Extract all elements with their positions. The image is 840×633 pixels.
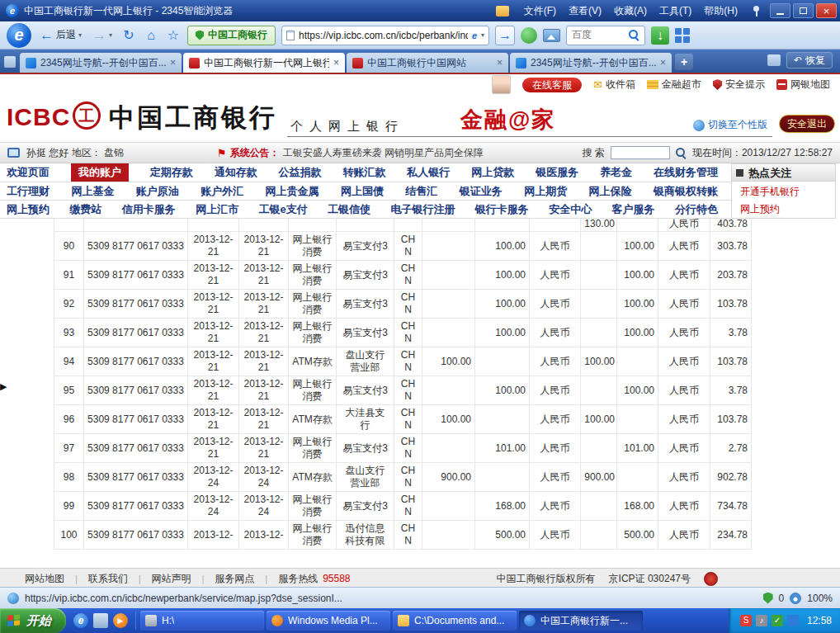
tab-list-icon[interactable]	[4, 56, 16, 68]
nav-item[interactable]: 网上国债	[341, 184, 384, 199]
tab-close-icon[interactable]: ×	[333, 57, 339, 68]
notice-text[interactable]: 工银安盛人寿重磅来袭 网销明星产品周全保障	[283, 146, 484, 160]
nav-item[interactable]: 工银e支付	[259, 202, 308, 217]
inbox-link[interactable]: ✉ 收件箱	[593, 78, 635, 92]
nav-item[interactable]: 账户外汇	[201, 184, 243, 199]
apps-grid-icon[interactable]	[675, 28, 690, 43]
no-trace-mode-icon[interactable]	[521, 27, 537, 44]
address-dropdown-icon[interactable]: ▾	[481, 31, 484, 39]
menu-item[interactable]: 工具(T)	[654, 2, 697, 20]
screenshot-icon[interactable]	[543, 29, 560, 42]
tray-input-method-icon[interactable]: S	[740, 615, 752, 626]
nav-item[interactable]: 网上预约	[7, 202, 50, 217]
back-dropdown-icon[interactable]: ▾	[78, 31, 82, 39]
page-search-icon[interactable]	[676, 148, 687, 158]
nav-item[interactable]: 银行卡服务	[475, 202, 529, 217]
switch-version-link[interactable]: 切换至个性版	[693, 118, 767, 132]
nav-item[interactable]: 银商银权转账	[654, 184, 718, 199]
tray-safety-icon[interactable]: ✓	[772, 615, 783, 626]
nav-item[interactable]: 安全中心	[549, 202, 592, 217]
browser-tab[interactable]: 2345网址导航--开创中国百... ×	[510, 53, 672, 73]
bank-map-link[interactable]: 网银地图	[776, 78, 830, 92]
nav-item[interactable]: 网上汇市	[196, 202, 238, 217]
restore-window-button[interactable]	[793, 3, 814, 18]
taskbar-window-button[interactable]: Windows Media Pl...	[267, 611, 390, 631]
finance-mall-link[interactable]: 金融超市	[647, 78, 701, 92]
nav-item[interactable]: 客户服务	[612, 202, 655, 217]
taskbar-window-button[interactable]: C:\Documents and...	[393, 611, 517, 631]
footer-link[interactable]: 联系我们	[88, 572, 152, 586]
nav-item[interactable]: 账户原油	[136, 184, 179, 199]
tray-volume-icon[interactable]: ♪	[756, 615, 767, 626]
nav-item[interactable]: 网上基金	[71, 184, 114, 199]
show-desktop-icon[interactable]	[93, 613, 108, 628]
nav-item[interactable]: 电子银行注册	[390, 202, 455, 217]
close-button[interactable]: ×	[816, 3, 837, 18]
tab-grid-icon[interactable]	[767, 54, 781, 66]
nav-item[interactable]: 我的账户	[71, 163, 129, 182]
tray-network-icon[interactable]	[787, 615, 799, 626]
go-button[interactable]: →	[495, 26, 515, 45]
hotline-number[interactable]: 95588	[323, 573, 350, 584]
nav-item[interactable]: 网上贷款	[471, 165, 514, 180]
start-button[interactable]: 开始	[0, 608, 66, 633]
taskbar-window-button[interactable]: H:\	[140, 611, 264, 631]
nav-item[interactable]: 转账汇款	[342, 165, 385, 180]
minimize-button[interactable]	[770, 3, 790, 18]
nav-item[interactable]: 银医服务	[536, 165, 578, 180]
pin-icon[interactable]	[751, 4, 762, 17]
nav-item[interactable]: 通知存款	[215, 165, 257, 180]
hot-topic-link[interactable]: 网上预约	[732, 199, 835, 216]
nav-item[interactable]: 定期存款	[150, 165, 193, 180]
tab-close-icon[interactable]: ×	[170, 57, 176, 68]
page-search-input[interactable]	[611, 146, 670, 159]
hot-topic-link[interactable]: 开通手机银行	[732, 182, 835, 199]
nav-item[interactable]: 分行特色	[675, 202, 718, 217]
download-button[interactable]: ↓	[651, 26, 669, 45]
back-button[interactable]: ← 后退 ▾	[37, 26, 84, 44]
tab-close-icon[interactable]: ×	[660, 57, 666, 68]
browser-logo-button[interactable]: e	[7, 23, 31, 48]
favorites-star-button[interactable]: ☆	[165, 27, 182, 43]
restore-closed-tabs-button[interactable]: ↶ 恢复	[786, 52, 833, 68]
browser-tab[interactable]: 中国工商银行新一代网上银行 ×	[183, 53, 345, 73]
nav-item[interactable]: 工行理财	[7, 184, 50, 199]
forward-button[interactable]: → ▾	[90, 27, 115, 44]
menu-item[interactable]: 文件(F)	[518, 2, 562, 20]
nav-item[interactable]: 欢迎页面	[7, 165, 50, 180]
zoom-level[interactable]: 100%	[807, 593, 833, 604]
logout-button[interactable]: 安全退出	[779, 115, 835, 133]
nav-item[interactable]: 网上期货	[524, 184, 567, 199]
compatibility-mode-icon[interactable]: e	[472, 31, 477, 40]
tab-close-icon[interactable]: ×	[497, 57, 503, 68]
address-bar[interactable]: https://vip.icbc.com.cn/icbc/perbank/ind…	[281, 26, 489, 45]
quick-launch-browser-icon[interactable]: e	[73, 613, 88, 628]
nav-item[interactable]: 网上贵金属	[266, 184, 319, 199]
search-icon[interactable]	[629, 30, 639, 40]
new-tab-button[interactable]: +	[675, 54, 693, 70]
home-button[interactable]: ⌂	[143, 28, 159, 43]
skin-icon[interactable]	[496, 6, 509, 17]
site-identity-badge[interactable]: 中国工商银行	[187, 26, 276, 45]
nav-item[interactable]: 缴费站	[69, 202, 101, 217]
refresh-button[interactable]: ↻	[120, 27, 137, 43]
nav-item[interactable]: 银证业务	[460, 184, 503, 199]
taskbar-clock[interactable]: 12:58	[807, 615, 832, 626]
nav-item[interactable]: 信用卡服务	[122, 202, 176, 217]
nav-item[interactable]: 结售汇	[405, 184, 437, 199]
browser-tab[interactable]: 中国工商银行中国网站 ×	[347, 53, 508, 73]
menu-item[interactable]: 收藏(A)	[608, 2, 653, 20]
nav-item[interactable]: 网上保险	[589, 184, 632, 199]
nav-item[interactable]: 工银信使	[328, 202, 370, 217]
quick-launch-media-icon[interactable]: ▶	[113, 613, 128, 628]
browser-tab[interactable]: 2345网址导航--开创中国百... ×	[20, 53, 182, 73]
online-service-button[interactable]: 在线客服	[522, 78, 582, 92]
menu-item[interactable]: 帮助(H)	[698, 2, 743, 20]
nav-item[interactable]: 养老金	[600, 165, 632, 180]
security-tip-link[interactable]: 安全提示	[713, 78, 765, 92]
address-url-text[interactable]: https://vip.icbc.com.cn/icbc/perbank/ind…	[299, 30, 468, 41]
search-box[interactable]: 百度	[566, 26, 645, 45]
menu-item[interactable]: 查看(V)	[563, 2, 607, 20]
side-panel-toggle-icon[interactable]: ▶	[0, 381, 7, 392]
footer-link[interactable]: 网站声明	[152, 572, 215, 586]
